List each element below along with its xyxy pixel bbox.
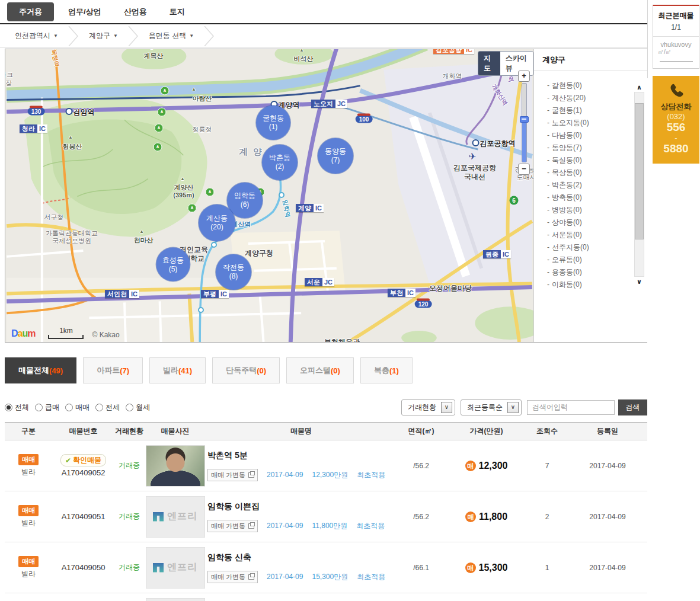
nav-tab[interactable]: 산업용 bbox=[124, 2, 147, 21]
map-label: 계양구청 bbox=[245, 248, 273, 258]
trade-filter-radio[interactable]: 월세 bbox=[126, 402, 150, 413]
trade-filter-radio[interactable]: 매매 bbox=[65, 402, 90, 413]
cluster-dong-name: 효성동 bbox=[162, 255, 184, 264]
table-row[interactable]: 매매 빌라 A170409050 거래중 엔프리 임학동 신축 매매 가변동 2… bbox=[5, 542, 647, 593]
scroll-down-icon[interactable]: ∨ bbox=[634, 277, 644, 286]
breadcrumb-item[interactable]: 계양구 ▼ bbox=[89, 31, 118, 41]
dong-name: 목상동 bbox=[552, 168, 573, 177]
district-list-item[interactable]: -서운동(0) bbox=[547, 230, 647, 242]
listing-type-tab[interactable]: 복층(1) bbox=[360, 357, 413, 383]
listing-type-tab[interactable]: 매물전체(49) bbox=[5, 357, 76, 383]
listing-photo-placeholder[interactable]: 엔프리 bbox=[146, 547, 205, 589]
applied-link[interactable]: 최초적용 bbox=[356, 521, 385, 531]
radio-icon[interactable] bbox=[95, 404, 103, 411]
scrollbar-track[interactable] bbox=[634, 92, 644, 277]
district-list-item[interactable]: -계산동(20) bbox=[547, 93, 647, 106]
zoom-slider-track[interactable] bbox=[522, 83, 527, 162]
district-list-item[interactable]: -동양동(7) bbox=[547, 143, 647, 155]
district-list-item[interactable]: -다남동(0) bbox=[547, 130, 647, 143]
recent-item-name[interactable]: vhukuvovy bbox=[653, 41, 699, 48]
district-list-item[interactable]: -굴현동(1) bbox=[547, 106, 647, 118]
map-cluster-marker[interactable]: 동양동 (7) bbox=[318, 138, 353, 174]
trade-filter-radios: 전체 급매 매매 전세 월세 bbox=[5, 402, 156, 413]
applied-link[interactable]: 최초적용 bbox=[357, 572, 385, 582]
chevron-down-icon: ∨ bbox=[507, 402, 519, 413]
search-button[interactable]: 검색 bbox=[618, 399, 647, 415]
subway-station-dot bbox=[211, 242, 217, 248]
trade-filter-radio[interactable]: 급매 bbox=[35, 402, 59, 413]
listing-type-tab[interactable]: 빌라(41) bbox=[149, 357, 206, 383]
breadcrumb-item[interactable]: 읍면동 선택 ▼ bbox=[149, 31, 194, 41]
listing-type-tab[interactable]: 아파트(7) bbox=[83, 357, 143, 383]
dong-count: (0) bbox=[580, 243, 589, 251]
zoom-out-button[interactable]: − bbox=[518, 164, 530, 175]
map-region: 파크 장 ▲ 계목산 ▲ 비석산 ▲ 아람산 독정역 검암역 계양역 청룡정 계… bbox=[5, 49, 647, 343]
map[interactable]: 파크 장 ▲ 계목산 ▲ 비석산 ▲ 아람산 독정역 검암역 계양역 청룡정 계… bbox=[5, 49, 533, 342]
district-list-item[interactable]: -오류동(0) bbox=[547, 255, 647, 267]
phone-consult-box[interactable]: 상담전화 (032) 556 - 5880 bbox=[653, 76, 699, 164]
listing-title[interactable]: 임학동 신축 bbox=[207, 552, 396, 563]
search-input[interactable] bbox=[527, 400, 615, 415]
price-wrap: 매 12,300 bbox=[465, 461, 508, 471]
listing-title[interactable]: 임학동 이쁜집 bbox=[207, 501, 396, 512]
listing-photo-placeholder[interactable]: 엔프리 bbox=[146, 496, 205, 538]
applied-link[interactable]: 최초적용 bbox=[357, 470, 385, 480]
listing-type-tab[interactable]: 오피스텔(0) bbox=[286, 357, 354, 383]
zoom-in-button[interactable]: + bbox=[518, 71, 530, 82]
table-row[interactable]: 엔프리 bbox=[5, 593, 647, 601]
dong-count: (7) bbox=[573, 143, 582, 152]
scrollbar-thumb[interactable] bbox=[635, 103, 644, 239]
trade-filter-radio[interactable]: 전세 bbox=[95, 402, 120, 413]
status-select[interactable]: 거래현황 ∨ bbox=[401, 399, 455, 415]
price-history-button[interactable]: 매매 가변동 bbox=[207, 571, 258, 583]
price-history-button[interactable]: 매매 가변동 bbox=[207, 469, 258, 481]
map-cluster-marker[interactable]: 효성동 (5) bbox=[156, 248, 190, 282]
cluster-count: (6) bbox=[241, 200, 250, 209]
nav-tab[interactable]: 업무/상업 bbox=[68, 2, 101, 21]
district-list-item[interactable]: -용종동(0) bbox=[547, 267, 647, 280]
map-cluster-marker[interactable]: 굴현동 (1) bbox=[256, 106, 290, 140]
sort-select[interactable]: 최근등록순 ∨ bbox=[461, 399, 522, 415]
district-list-item[interactable]: -상야동(0) bbox=[547, 218, 647, 230]
table-row[interactable]: 매매 빌라 A170409051 거래중 엔프리 임학동 이쁜집 매매 가변동 … bbox=[5, 491, 647, 542]
district-list-item[interactable]: -둑실동(0) bbox=[547, 155, 647, 168]
map-cluster-marker[interactable]: 박촌동 (2) bbox=[262, 145, 298, 180]
photo-cell: 엔프리 bbox=[144, 598, 206, 601]
radio-icon[interactable] bbox=[65, 404, 73, 411]
district-list-item[interactable]: -병방동(0) bbox=[547, 205, 647, 218]
map-cluster-marker[interactable]: 계산동 (20) bbox=[199, 204, 235, 241]
district-list-item[interactable]: -갈현동(0) bbox=[547, 81, 647, 93]
radio-icon[interactable] bbox=[126, 404, 133, 411]
map-label: 오정어울마당 bbox=[429, 283, 472, 293]
dong-name: 둑실동 bbox=[552, 156, 573, 164]
district-list-item[interactable]: -박촌동(2) bbox=[547, 180, 647, 193]
search-controls: 거래현황 ∨ 최근등록순 ∨ 검색 bbox=[401, 399, 647, 415]
price-history-button[interactable]: 매매 가변동 bbox=[207, 520, 258, 532]
scroll-up-icon[interactable]: ∧ bbox=[634, 82, 644, 92]
radio-icon[interactable] bbox=[5, 404, 12, 411]
listing-photo[interactable] bbox=[146, 445, 205, 487]
radio-icon[interactable] bbox=[35, 404, 43, 411]
listing-title[interactable]: 박촌역 5분 bbox=[207, 450, 396, 461]
dong-name: 박촌동 bbox=[552, 181, 573, 189]
listing-photo-placeholder[interactable]: 엔프리 bbox=[146, 598, 205, 601]
cluster-dong-name: 굴현동 bbox=[263, 114, 284, 123]
breadcrumb-item[interactable]: 인천광역시 ▼ bbox=[15, 31, 58, 41]
trade-filter-radio[interactable]: 전체 bbox=[5, 402, 29, 413]
price-cell: 매 15,300 bbox=[446, 562, 526, 573]
map-cluster-marker[interactable]: 작전동 (8) bbox=[216, 254, 251, 290]
popup-window-icon bbox=[248, 472, 254, 478]
nav-tab[interactable]: 토지 bbox=[170, 2, 185, 21]
price-cell: 매 12,300 bbox=[446, 461, 526, 471]
table-row[interactable]: 매매 빌라 ✔ 확인매물 A170409052 거래중 박촌역 5분 매매 가변… bbox=[5, 440, 647, 491]
district-list-item[interactable]: -선주지동(0) bbox=[547, 242, 647, 255]
map-button[interactable]: 지도 bbox=[478, 52, 500, 75]
zoom-slider-handle[interactable] bbox=[520, 116, 529, 123]
district-list-item[interactable]: -방축동(0) bbox=[547, 193, 647, 205]
district-list-item[interactable]: -목상동(0) bbox=[547, 168, 647, 180]
listing-type-tab[interactable]: 단독주택(0) bbox=[212, 357, 280, 383]
district-list-item[interactable]: -이화동(0) bbox=[547, 280, 647, 292]
nav-tab[interactable]: 주거용 bbox=[7, 2, 54, 21]
district-list-item[interactable]: -노오지동(0) bbox=[547, 118, 647, 130]
phone-area-code: (032) bbox=[653, 112, 699, 121]
